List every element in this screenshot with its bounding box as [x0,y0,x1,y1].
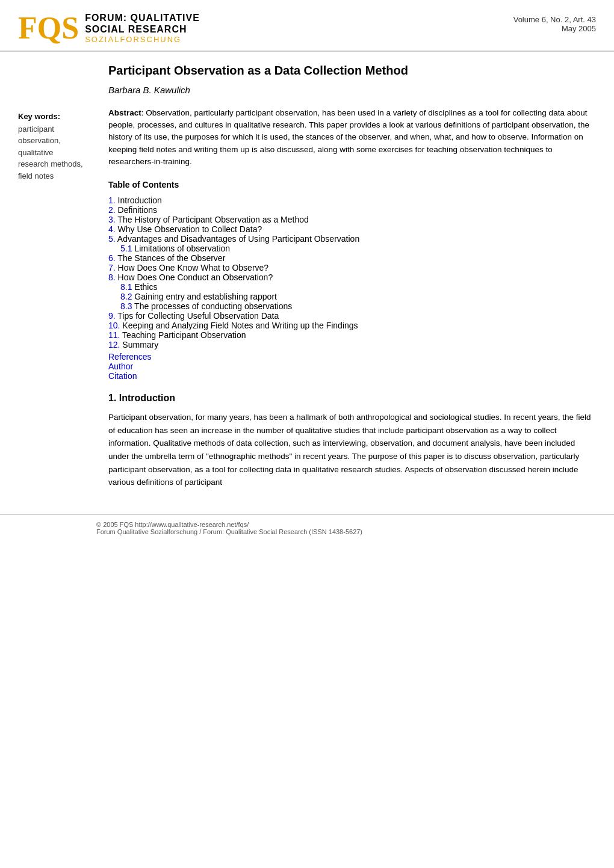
toc-label-9: Tips for Collecting Useful Observation D… [117,311,279,321]
keywords-label: Key words: [18,112,96,121]
toc-label-3: The History of Participant Observation a… [117,215,308,224]
logo-line1: FORUM: QUALITATIVE [85,12,200,23]
volume-info: Volume 6, No. 2, Art. 43 [513,15,596,24]
section1-heading: 1. Introduction [108,393,596,404]
fqs-logo-letters: FQS [18,13,79,44]
footer: © 2005 FQS http://www.qualitative-resear… [0,514,614,541]
toc-item-8-3[interactable]: 8.3 The processes of conducting observat… [108,301,596,311]
toc-link-7[interactable]: 7. [108,263,116,272]
toc-label-8-1: Ethics [134,282,157,292]
logo-line3: SOZIALFORSCHUNG [85,35,200,45]
toc-label-1: Introduction [118,195,162,205]
main-content: Participant Observation as a Data Collec… [96,64,596,496]
toc-item-4[interactable]: 4. Why Use Observation to Collect Data? [108,224,596,234]
toc-item-5-1[interactable]: 5.1 Limitations of observation [108,244,596,253]
toc-link-12[interactable]: 12. [108,340,120,349]
toc-item-6[interactable]: 6. The Stances of the Observer [108,253,596,263]
toc-item-7[interactable]: 7. How Does One Know What to Observe? [108,263,596,272]
keyword-1: participant [18,123,96,135]
toc-link-3[interactable]: 3. [108,215,116,224]
keyword-4: research methods, [18,158,96,170]
toc-item-10[interactable]: 10. Keeping and Analyzing Field Notes an… [108,321,596,330]
toc-link-6[interactable]: 6. [108,253,116,263]
toc-item-11[interactable]: 11. Teaching Participant Observation [108,330,596,340]
keyword-3: qualitative [18,147,96,159]
keyword-2: observation, [18,135,96,147]
toc-label-8-3: The processes of conducting observations [134,301,292,311]
toc-citation-link[interactable]: Citation [108,371,596,381]
toc-label-12: Summary [122,340,158,349]
toc-author-link[interactable]: Author [108,362,596,371]
logo-text-block: FORUM: QUALITATIVE SOCIAL RESEARCH SOZIA… [85,12,200,45]
toc-link-1[interactable]: 1. [108,195,116,205]
toc-title: Table of Contents [108,180,596,189]
toc-references-link[interactable]: References [108,352,596,362]
article-author: Barbara B. Kawulich [108,85,596,95]
toc-link-11[interactable]: 11. [108,330,120,340]
toc-item-1[interactable]: 1. Introduction [108,195,596,205]
references-link[interactable]: References [108,352,152,362]
toc-link-4[interactable]: 4. [108,224,116,234]
citation-link[interactable]: Citation [108,371,137,381]
toc-link-2[interactable]: 2. [108,205,116,215]
logo-line2: SOCIAL RESEARCH [85,23,200,35]
toc-label-8-2: Gaining entry and establishing rapport [134,292,277,301]
toc-item-8[interactable]: 8. How Does One Conduct an Observation? [108,272,596,282]
toc-item-3[interactable]: 3. The History of Participant Observatio… [108,215,596,224]
toc-link-9[interactable]: 9. [108,311,116,321]
toc-label-10: Keeping and Analyzing Field Notes and Wr… [122,321,358,330]
footer-line1: © 2005 FQS http://www.qualitative-resear… [96,521,596,528]
toc-item-8-2[interactable]: 8.2 Gaining entry and establishing rappo… [108,292,596,301]
toc-link-8-1[interactable]: 8.1 [120,282,132,292]
date-info: May 2005 [513,24,596,33]
abstract-text: : Observation, particularly participant … [108,108,589,166]
logo-area: FQS FORUM: QUALITATIVE SOCIAL RESEARCH S… [18,12,200,45]
toc-item-9[interactable]: 9. Tips for Collecting Useful Observatio… [108,311,596,321]
section1-paragraph1: Participant observation, for many years,… [108,411,596,489]
toc-link-5-1[interactable]: 5.1 [120,244,132,253]
keyword-5: field notes [18,170,96,182]
table-of-contents: Table of Contents 1. Introduction 2. Def… [108,180,596,381]
toc-label-5: Advantages and Disadvantages of Using Pa… [117,234,359,244]
toc-link-8-2[interactable]: 8.2 [120,292,132,301]
abstract-label: Abstract [108,108,141,117]
author-link[interactable]: Author [108,362,133,371]
toc-link-5[interactable]: 5. [108,234,116,244]
header-info: Volume 6, No. 2, Art. 43 May 2005 [513,12,596,33]
toc-link-10[interactable]: 10. [108,321,120,330]
toc-label-8: How Does One Conduct an Observation? [118,272,273,282]
toc-label-11: Teaching Participant Observation [122,330,246,340]
toc-item-12[interactable]: 12. Summary [108,340,596,349]
toc-label-2: Definitions [118,205,157,215]
sidebar: Key words: participant observation, qual… [18,64,96,496]
toc-label-7: How Does One Know What to Observe? [118,263,269,272]
abstract-section: Abstract: Observation, particularly part… [108,107,596,168]
toc-item-2[interactable]: 2. Definitions [108,205,596,215]
toc-link-8[interactable]: 8. [108,272,116,282]
toc-label-5-1: Limitations of observation [134,244,230,253]
toc-label-6: The Stances of the Observer [117,253,225,263]
toc-item-8-1[interactable]: 8.1 Ethics [108,282,596,292]
toc-link-8-3[interactable]: 8.3 [120,301,132,311]
article-title: Participant Observation as a Data Collec… [108,64,596,78]
toc-label-4: Why Use Observation to Collect Data? [118,224,262,234]
toc-item-5[interactable]: 5. Advantages and Disadvantages of Using… [108,234,596,244]
footer-line2: Forum Qualitative Sozialforschung / Foru… [96,528,596,535]
